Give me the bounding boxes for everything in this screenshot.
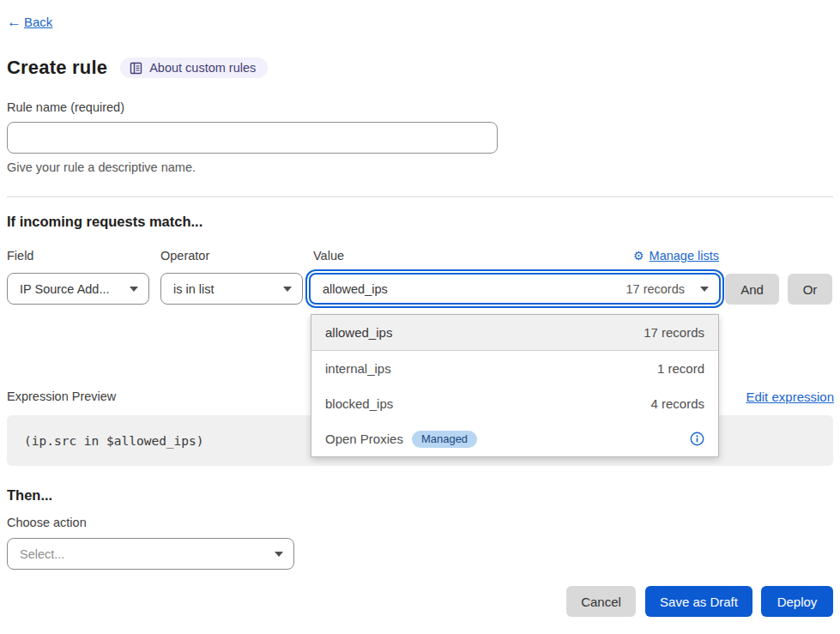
rule-name-label: Rule name (required) bbox=[7, 100, 124, 114]
value-label: Value bbox=[313, 249, 344, 263]
about-custom-rules-link[interactable]: About custom rules bbox=[120, 57, 268, 78]
list-item-blocked-ips[interactable]: blocked_ips 4 records bbox=[311, 386, 718, 421]
list-dropdown-panel: allowed_ips 17 records internal_ips 1 re… bbox=[311, 314, 719, 457]
choose-action-label: Choose action bbox=[7, 516, 87, 529]
expression-preview-label: Expression Preview bbox=[7, 389, 116, 403]
list-item-records: 1 record bbox=[657, 361, 704, 376]
title-row: Create rule About custom rules bbox=[7, 57, 268, 79]
edit-expression-link[interactable]: Edit expression bbox=[746, 389, 834, 404]
deploy-button[interactable]: Deploy bbox=[761, 586, 833, 617]
value-select[interactable]: allowed_ips 17 records bbox=[309, 273, 721, 305]
field-select[interactable]: IP Source Add... bbox=[7, 273, 149, 305]
rule-name-helper: Give your rule a descriptive name. bbox=[7, 160, 196, 174]
list-item-name: allowed_ips bbox=[325, 325, 644, 340]
list-item-records: 17 records bbox=[644, 325, 704, 340]
gear-icon: ⚙ bbox=[633, 250, 644, 262]
action-select[interactable]: Select... bbox=[7, 538, 294, 570]
cancel-button[interactable]: Cancel bbox=[566, 586, 636, 617]
value-select-records: 17 records bbox=[625, 282, 685, 296]
then-section-heading: Then... bbox=[7, 487, 52, 504]
or-button[interactable]: Or bbox=[788, 274, 832, 305]
operator-select-value: is in list bbox=[173, 282, 276, 296]
chevron-down-icon bbox=[275, 552, 283, 557]
action-select-placeholder: Select... bbox=[20, 547, 268, 561]
operator-label: Operator bbox=[160, 249, 209, 263]
book-icon bbox=[130, 62, 142, 75]
page-title: Create rule bbox=[7, 57, 107, 79]
managed-badge: Managed bbox=[412, 431, 477, 448]
save-as-draft-button[interactable]: Save as Draft bbox=[645, 586, 752, 617]
info-icon[interactable] bbox=[690, 432, 704, 446]
list-item-name: Open Proxies bbox=[325, 432, 403, 446]
chevron-down-icon bbox=[283, 287, 292, 292]
manage-lists-label: Manage lists bbox=[650, 249, 719, 263]
list-item-records: 4 records bbox=[650, 396, 704, 411]
and-button[interactable]: And bbox=[725, 274, 779, 305]
match-section-heading: If incoming requests match... bbox=[7, 214, 202, 230]
back-arrow-icon: ← bbox=[7, 15, 21, 29]
value-select-value: allowed_ips bbox=[323, 282, 625, 296]
manage-lists-link[interactable]: ⚙ Manage lists bbox=[633, 249, 719, 263]
list-item-name: internal_ips bbox=[325, 361, 657, 376]
operator-select[interactable]: is in list bbox=[160, 273, 303, 305]
back-link[interactable]: ← Back bbox=[7, 15, 52, 29]
field-label: Field bbox=[7, 249, 33, 263]
list-item-name: blocked_ips bbox=[325, 396, 650, 411]
rule-name-input[interactable] bbox=[7, 122, 498, 154]
expression-code: (ip.src in $allowed_ips) bbox=[24, 434, 204, 448]
section-divider bbox=[7, 196, 833, 197]
about-badge-label: About custom rules bbox=[149, 61, 256, 75]
back-link-label: Back bbox=[24, 15, 52, 29]
create-rule-page: ← Back Create rule About custom rules Ru… bbox=[0, 0, 840, 634]
list-item-internal-ips[interactable]: internal_ips 1 record bbox=[311, 351, 718, 386]
chevron-down-icon bbox=[130, 287, 138, 292]
chevron-down-icon bbox=[700, 287, 709, 292]
list-item-allowed-ips[interactable]: allowed_ips 17 records bbox=[311, 315, 718, 351]
list-item-open-proxies[interactable]: Open Proxies Managed bbox=[311, 421, 718, 456]
field-select-value: IP Source Add... bbox=[20, 282, 123, 296]
